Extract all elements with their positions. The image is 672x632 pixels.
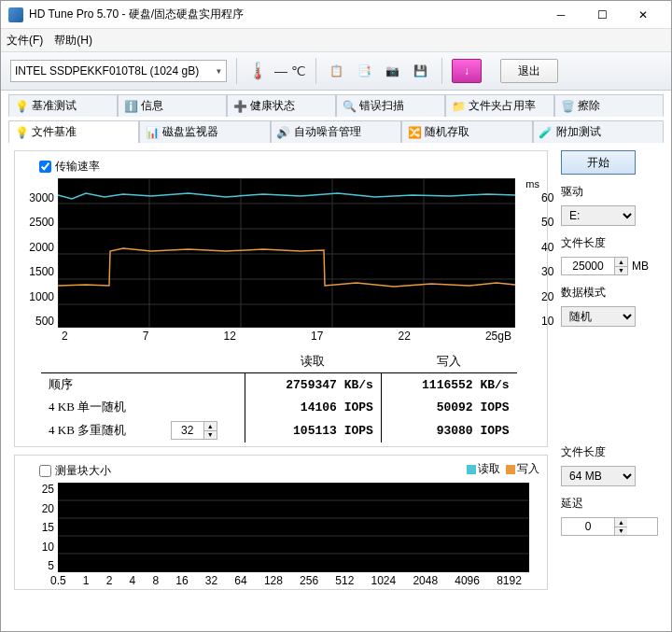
start-button[interactable]: 开始	[561, 150, 636, 175]
content: 传输速率 MB/s ms 30002500200015001000500 605…	[1, 143, 671, 605]
block-size-check-input[interactable]	[39, 465, 51, 477]
menubar: 文件(F) 帮助(H)	[1, 29, 671, 51]
y2-labels: 252015105	[26, 483, 54, 572]
results-table: 读取写入 顺序2759347 KB/s1116552 KB/s 4 KB 单一随…	[22, 350, 539, 442]
y-right-labels: 605040302010	[541, 191, 560, 328]
y-left-labels: 30002500200015001000500	[26, 191, 54, 328]
info-icon: ℹ️	[124, 100, 137, 113]
tab-aam[interactable]: 🔊自动噪音管理	[271, 120, 401, 143]
side-panel: 开始 驱动 E: 文件长度 ▲▼ MB 数据模式 随机 文件长度 64 MB 延…	[561, 150, 658, 597]
toolbar: INTEL SSDPEKKF010T8L (1024 gB) 🌡️ — ℃ 📋 …	[1, 51, 671, 91]
tabs-row-1: 💡基准测试 ℹ️信息 ➕健康状态 🔍错误扫描 📁文件夹占用率 🗑️擦除	[1, 94, 671, 117]
spin-up[interactable]: ▲	[204, 422, 217, 431]
tabs-row-2: 💡文件基准 📊磁盘监视器 🔊自动噪音管理 🔀随机存取 🧪附加测试	[1, 120, 671, 143]
drive-label: 驱动	[561, 184, 658, 200]
tab-file-benchmark[interactable]: 💡文件基准	[8, 120, 139, 143]
x-labels: 2712172225gB	[58, 330, 515, 343]
menu-file[interactable]: 文件(F)	[7, 33, 43, 49]
spin-up[interactable]: ▲	[615, 518, 627, 527]
data-mode-label: 数据模式	[561, 285, 658, 301]
exit-button[interactable]: 退出	[500, 59, 558, 83]
spin-down[interactable]: ▼	[615, 527, 627, 536]
drive-letter-select[interactable]: E:	[561, 205, 636, 226]
scan-icon: 🔍	[343, 100, 356, 113]
window-title: HD Tune Pro 5.70 - 硬盘/固态硬盘实用程序	[29, 7, 540, 22]
block-size-checkbox[interactable]: 测量块大小	[39, 463, 539, 479]
file-length-unit: MB	[632, 260, 649, 273]
screenshot-icon[interactable]: 📷	[382, 60, 404, 82]
thermometer-icon: 🌡️	[246, 60, 269, 82]
transfer-chart	[58, 178, 515, 328]
table-row: 4 KB 多重随机 ▲▼ 105113 IOPS93080 IOPS	[41, 418, 517, 442]
titlebar: HD Tune Pro 5.70 - 硬盘/固态硬盘实用程序 ─ ☐ ✕	[1, 1, 671, 29]
tab-random-access[interactable]: 🔀随机存取	[401, 120, 532, 143]
download-button[interactable]: ↓	[452, 59, 482, 83]
drive-select-value: INTEL SSDPEKKF010T8L (1024 gB)	[15, 64, 199, 77]
spin-down[interactable]: ▼	[204, 431, 217, 440]
file-length2-label: 文件长度	[561, 444, 658, 460]
queue-depth-spinner[interactable]: ▲▼	[171, 421, 217, 440]
speaker-icon: 🔊	[277, 126, 290, 139]
tab-health[interactable]: ➕健康状态	[227, 94, 336, 117]
spin-up[interactable]: ▲	[615, 258, 627, 267]
y-left-unit: MB/s	[58, 178, 81, 190]
file-length-input[interactable]	[562, 258, 614, 274]
transfer-rate-check-input[interactable]	[39, 161, 51, 173]
maximize-button[interactable]: ☐	[581, 1, 623, 29]
monitor-icon: 📊	[146, 126, 159, 139]
tab-info[interactable]: ℹ️信息	[118, 94, 227, 117]
data-mode-select[interactable]: 随机	[561, 306, 636, 327]
minimize-button[interactable]: ─	[540, 1, 581, 29]
close-button[interactable]: ✕	[623, 1, 664, 29]
bulb-icon: 💡	[15, 100, 28, 113]
trash-icon: 🗑️	[561, 100, 574, 113]
app-icon	[8, 7, 23, 22]
legend: 读取 写入	[467, 461, 539, 477]
drive-select[interactable]: INTEL SSDPEKKF010T8L (1024 gB)	[10, 60, 227, 82]
delay-input[interactable]	[562, 518, 614, 535]
copy-all-icon[interactable]: 📑	[354, 60, 376, 82]
folder-icon: 📁	[452, 100, 465, 113]
copy-icon[interactable]: 📋	[326, 60, 348, 82]
delay-label: 延迟	[561, 496, 658, 512]
tab-erase[interactable]: 🗑️擦除	[554, 94, 664, 117]
extra-icon: 🧪	[539, 126, 553, 139]
table-row: 顺序2759347 KB/s1116552 KB/s	[41, 373, 517, 397]
bulb2-icon: 💡	[15, 126, 28, 139]
temperature-value: — ℃	[274, 63, 306, 78]
tab-extra-tests[interactable]: 🧪附加测试	[533, 120, 664, 143]
queue-depth-input[interactable]	[172, 422, 203, 439]
transfer-rate-checkbox[interactable]: 传输速率	[39, 159, 539, 175]
transfer-rate-section: 传输速率 MB/s ms 30002500200015001000500 605…	[14, 150, 548, 447]
file-length-spinner[interactable]: ▲▼	[561, 257, 628, 275]
block-size-section: 测量块大小 读取 写入 252015105	[14, 455, 548, 590]
block-chart	[58, 483, 529, 572]
tab-folder-usage[interactable]: 📁文件夹占用率	[445, 94, 554, 117]
tab-error-scan[interactable]: 🔍错误扫描	[336, 94, 445, 117]
delay-spinner[interactable]: ▲▼	[561, 517, 658, 536]
file-length-label: 文件长度	[561, 235, 658, 251]
file-length2-select[interactable]: 64 MB	[561, 466, 636, 486]
random-icon: 🔀	[408, 126, 421, 139]
menu-help[interactable]: 帮助(H)	[54, 33, 92, 49]
health-icon: ➕	[233, 100, 246, 113]
x2-labels: 0.512481632641282565121024204840968192	[50, 574, 522, 587]
tab-benchmark[interactable]: 💡基准测试	[8, 94, 118, 117]
table-row: 4 KB 单一随机14106 IOPS50092 IOPS	[41, 396, 517, 418]
spin-down[interactable]: ▼	[615, 267, 627, 275]
y-right-unit: ms	[525, 178, 539, 190]
tab-disk-monitor[interactable]: 📊磁盘监视器	[139, 120, 270, 143]
save-icon[interactable]: 💾	[410, 60, 432, 82]
